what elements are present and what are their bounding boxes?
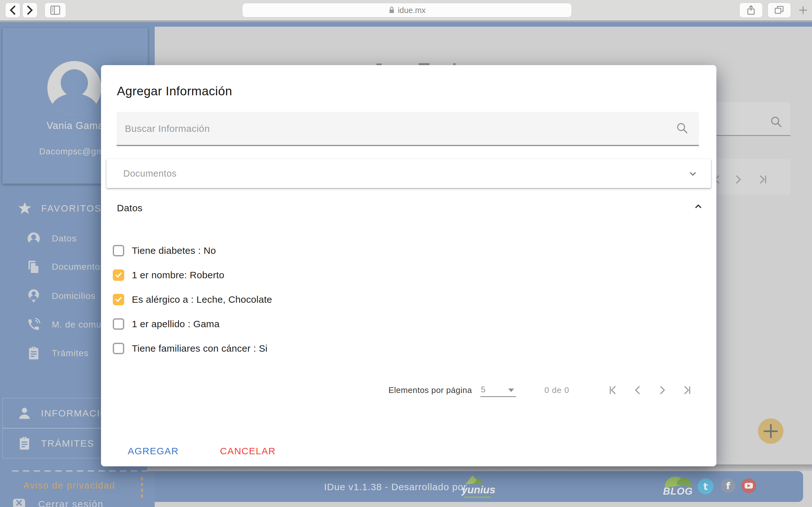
- logout-button[interactable]: Cerrar sesión: [12, 499, 146, 507]
- page-last-icon: [757, 174, 768, 185]
- clipboard-icon: [27, 346, 41, 360]
- privacy-link[interactable]: Aviso de privacidad: [3, 480, 136, 491]
- facebook-link[interactable]: f: [721, 478, 736, 493]
- documents-icon: [27, 260, 41, 274]
- search-input[interactable]: [124, 112, 678, 146]
- check-icon: [114, 295, 123, 304]
- browser-back-button[interactable]: [5, 3, 20, 18]
- checkbox-label: 1 er apellido : Gama: [132, 319, 220, 329]
- footer-version-text: IDue v1.1.38 - Desarrollado por: [324, 482, 467, 492]
- url-text: idue.mx: [398, 6, 426, 15]
- chevron-right-icon: [26, 5, 34, 15]
- checkbox[interactable]: [113, 318, 124, 330]
- cancelar-button[interactable]: CANCELAR: [220, 444, 276, 458]
- yunius-brand-text: yunius: [462, 484, 495, 496]
- checkbox-row[interactable]: 1 er nombre: Roberto: [113, 269, 224, 281]
- footer: IDue v1.1.38 - Desarrollado por yunius B…: [155, 471, 803, 502]
- sidebar-toggle-button[interactable]: [45, 3, 66, 18]
- page-next-icon: [733, 174, 744, 185]
- page-size-select[interactable]: 5: [480, 383, 516, 397]
- sidebar-item-label: Datos: [52, 233, 76, 244]
- panel-label: Datos: [117, 203, 142, 214]
- checkbox-checked[interactable]: [113, 269, 124, 281]
- checkbox-label: 1 er nombre: Roberto: [132, 270, 224, 281]
- modal-actions: AGREGAR CANCELAR: [127, 444, 276, 458]
- twitter-link[interactable]: t: [698, 478, 713, 494]
- search-icon: [770, 116, 783, 128]
- page-top-strip: [0, 22, 812, 27]
- sidebar-item-label: M. de comun: [52, 320, 107, 330]
- lock-icon: [388, 6, 395, 14]
- checkbox-row[interactable]: Tiene diabetes : No: [113, 244, 216, 257]
- person-icon: [17, 406, 32, 420]
- sidebar-section-label: TRÁMITES: [41, 438, 94, 449]
- blog-label: BLOG: [663, 486, 693, 497]
- chevron-left-icon: [9, 5, 17, 15]
- tabs-icon: [774, 5, 785, 15]
- first-page-button[interactable]: [607, 385, 618, 395]
- page-size-value: 5: [481, 385, 485, 395]
- modal-paginator: Elementos por página 5 0 de 0: [389, 382, 693, 398]
- sidebar-item-label: Domicilios: [52, 291, 96, 301]
- sidebar-panel-icon: [50, 5, 61, 15]
- checkbox[interactable]: [113, 245, 124, 257]
- modal-title: Agregar Información: [117, 84, 232, 98]
- add-information-modal: Agregar Información Documentos Datos Tie…: [101, 65, 716, 466]
- dashed-divider-vertical: [141, 477, 143, 498]
- yunius-tagline: [464, 497, 491, 498]
- checkbox-label: Tiene diabetes : No: [132, 245, 216, 256]
- share-icon: [746, 5, 756, 15]
- avatar: [47, 61, 101, 115]
- twitter-icon: t: [703, 481, 708, 492]
- checkbox-checked[interactable]: [113, 294, 124, 305]
- agregar-button[interactable]: AGREGAR: [127, 444, 179, 458]
- add-fab-button: [758, 418, 784, 444]
- sidebar-item-label: Trámites: [52, 348, 89, 358]
- person-circle-icon: [27, 231, 41, 246]
- next-page-button[interactable]: [657, 385, 668, 395]
- facebook-icon: f: [726, 480, 730, 492]
- tab-overview-button[interactable]: [767, 3, 791, 18]
- blog-link[interactable]: BLOG: [663, 475, 698, 497]
- prev-page-button[interactable]: [632, 385, 643, 395]
- datos-expansion-header[interactable]: Datos: [101, 198, 716, 218]
- checkbox-row[interactable]: Es alérgico a : Leche, Chocolate: [113, 293, 272, 306]
- phone-icon: [27, 317, 41, 332]
- panel-label: Documentos: [123, 168, 177, 179]
- modal-search-field[interactable]: [117, 112, 699, 146]
- chevron-up-icon: [693, 201, 704, 212]
- checkbox-row[interactable]: 1 er apellido : Gama: [113, 318, 220, 330]
- checkbox[interactable]: [113, 343, 124, 354]
- youtube-link[interactable]: [742, 478, 756, 493]
- favorites-label: FAVORITOS: [41, 203, 102, 214]
- last-page-button[interactable]: [682, 385, 693, 395]
- search-icon: [676, 122, 689, 135]
- browser-forward-button[interactable]: [22, 3, 38, 18]
- yunius-logo: yunius: [462, 474, 500, 500]
- person-pin-icon: [27, 289, 41, 303]
- star-icon: [18, 202, 32, 215]
- items-per-page-label: Elementos por página: [389, 385, 472, 395]
- documentos-expansion-panel[interactable]: Documentos: [106, 159, 711, 188]
- url-bar[interactable]: idue.mx: [242, 3, 572, 17]
- page-range-text: 0 de 0: [544, 385, 569, 395]
- checkbox-label: Es alérgico a : Leche, Chocolate: [132, 294, 272, 305]
- new-tab-button[interactable]: [797, 4, 809, 16]
- chevron-down-icon: [688, 168, 698, 179]
- sidebar-item-label: Documentos: [52, 262, 105, 272]
- caret-down-icon: [508, 389, 514, 392]
- checkbox-row[interactable]: Tiene familiares con cáncer : Si: [113, 342, 268, 355]
- logout-icon: [12, 499, 26, 507]
- dashed-divider: [12, 470, 149, 471]
- plus-icon: [798, 5, 808, 15]
- clipboard-icon: [17, 437, 32, 450]
- youtube-icon: [745, 483, 753, 489]
- checkbox-label: Tiene familiares con cáncer : Si: [132, 343, 268, 354]
- check-icon: [114, 271, 123, 279]
- share-button[interactable]: [739, 3, 763, 18]
